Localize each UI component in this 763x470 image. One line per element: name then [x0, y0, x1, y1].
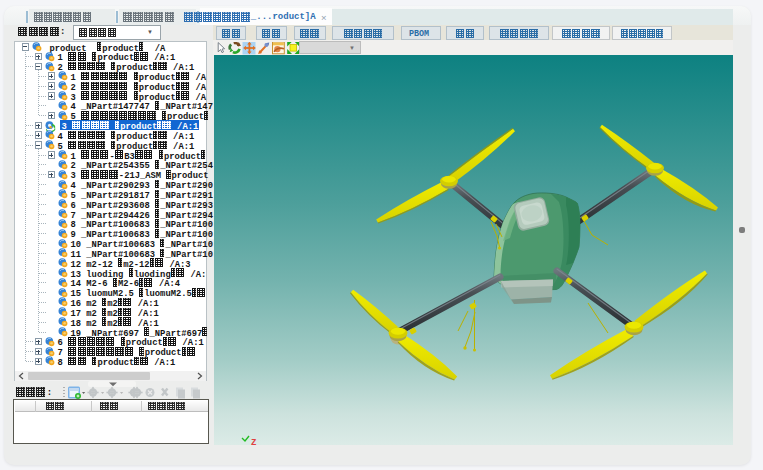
svg-text:Z: Z: [251, 438, 256, 446]
